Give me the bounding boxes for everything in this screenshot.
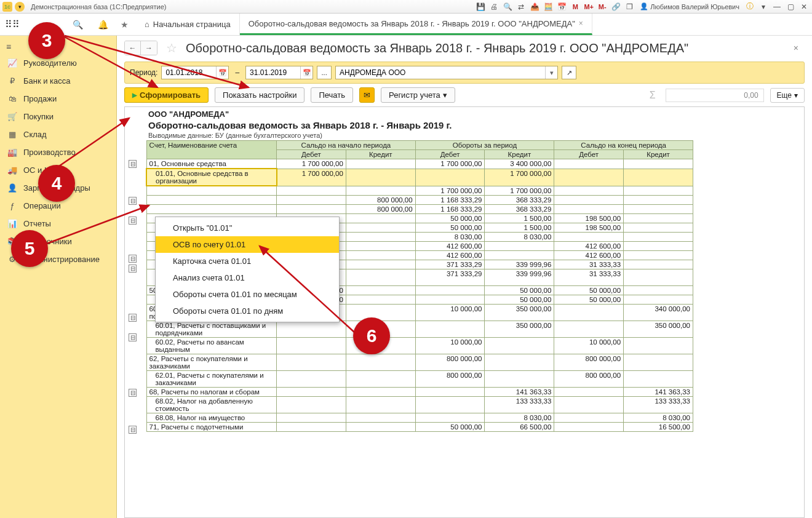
table-row[interactable]: 60.02, Расчеты по авансам выданным10 000… (146, 337, 693, 354)
table-row[interactable]: 01, Основные средства1 700 000,001 700 0… (146, 159, 693, 169)
user-label[interactable]: 👤 Любимов Валерий Юрьевич (637, 2, 742, 10)
table-row[interactable]: 800 000,001 168 333,29368 333,29 (146, 204, 693, 213)
save-icon[interactable]: 💾 (475, 2, 486, 12)
context-menu-item[interactable]: ОСВ по счету 01.01 (156, 236, 339, 253)
m-plus-icon[interactable]: M+ (583, 2, 594, 12)
sidebar-item-label: Руководителю (23, 58, 77, 68)
tree-toggle-icon[interactable]: ⊟ (129, 197, 137, 205)
period-from-wrap: 📅 (161, 66, 229, 79)
top-bar: ⠿⠿ 🔍 🔔 ★ ⌂ Начальная страница Оборотно-с… (0, 14, 812, 36)
table-row[interactable]: 62.01, Расчеты с покупателями и заказчик… (146, 370, 693, 387)
tree-toggle-icon[interactable]: ⊟ (129, 426, 137, 434)
export-icon[interactable]: 📤 (529, 2, 540, 12)
table-row[interactable]: 1 700 000,001 700 000,00 (146, 186, 693, 195)
app-title: Демонстрационная база (1С:Предприятие) (31, 3, 166, 10)
org-dropdown-icon[interactable]: ▾ (545, 66, 557, 79)
tree-toggle-icon[interactable]: ⊟ (129, 217, 137, 225)
sidebar: ≡ 📈Руководителю₽Банк и касса🛍Продажи🛒Пок… (0, 36, 117, 518)
chevron-down-icon: ▾ (794, 91, 798, 100)
print-button[interactable]: Печать (311, 87, 353, 103)
maximize-icon[interactable]: ▢ (785, 2, 796, 12)
report-title: Оборотно-сальдовая ведомость за Январь 2… (146, 119, 804, 132)
table-row[interactable]: 68.08, Налог на имущество8 030,008 030,0… (146, 413, 693, 422)
sidebar-item-label: Склад (23, 130, 47, 139)
m-minus-icon[interactable]: M- (597, 2, 608, 12)
table-row[interactable]: 800 000,001 168 333,29368 333,29 (146, 195, 693, 204)
context-menu-item[interactable]: Карточка счета 01.01 (156, 253, 339, 269)
nav-back-icon[interactable]: ← (125, 41, 141, 55)
tab-close-icon[interactable]: × (579, 19, 583, 28)
col-start-credit: Кредит (346, 150, 415, 159)
context-menu-item[interactable]: Обороты счета 01.01 по дням (156, 303, 339, 319)
tab-home[interactable]: ⌂ Начальная страница (136, 14, 240, 35)
table-row[interactable]: 68, Расчеты по налогам и сборам141 363,3… (146, 387, 693, 396)
tree-toggle-icon[interactable]: ⊟ (129, 389, 137, 397)
nav-forward-icon[interactable]: → (141, 41, 157, 55)
callout-4: 4 (38, 165, 75, 202)
table-row[interactable]: 01.01, Основные средства в организации1 … (146, 169, 693, 186)
sidebar-item-1[interactable]: ₽Банк и касса (0, 72, 116, 90)
period-to-input[interactable] (246, 66, 300, 79)
org-input[interactable] (336, 66, 545, 79)
more-button[interactable]: Еще ▾ (770, 88, 805, 103)
favorite-star-icon[interactable]: ☆ (166, 41, 177, 55)
col-turnover: Обороты за период (415, 141, 554, 150)
print-icon[interactable]: 🖨 (488, 2, 500, 12)
tab-report[interactable]: Оборотно-сальдовая ведомость за Январь 2… (240, 14, 592, 35)
sidebar-item-5[interactable]: 🏭Производство (0, 143, 116, 161)
col-start-debit: Дебет (277, 150, 346, 159)
col-turn-debit: Дебет (415, 150, 485, 159)
sidebar-item-icon: ▦ (7, 130, 17, 139)
minimize-icon[interactable]: — (771, 2, 782, 12)
tree-toggle-icon[interactable]: ⊟ (129, 314, 137, 322)
table-row[interactable]: 60.01, Расчеты с поставщиками и подрядчи… (146, 321, 693, 337)
form-button[interactable]: ▶Сформировать (124, 87, 209, 103)
callout-6: 6 (353, 317, 390, 354)
mail-button[interactable]: ✉ (359, 87, 375, 103)
sidebar-item-4[interactable]: ▦Склад (0, 126, 116, 143)
calendar-from-icon[interactable]: 📅 (216, 66, 228, 79)
register-button[interactable]: Регистр учета ▾ (381, 87, 455, 103)
org-open-button[interactable]: ↗ (562, 66, 576, 79)
tab-home-label: Начальная страница (153, 20, 231, 29)
calendar-to-icon[interactable]: 📅 (300, 66, 312, 79)
preview-icon[interactable]: 🔍 (502, 2, 513, 12)
title-bar: 1c ▾ Демонстрационная база (1С:Предприят… (0, 0, 812, 14)
star-top-icon[interactable]: ★ (117, 14, 132, 35)
app-logo-icon: 1c (2, 2, 12, 12)
search-icon[interactable]: 🔍 (69, 20, 87, 30)
calendar-icon[interactable]: 📅 (556, 2, 567, 12)
period-from-input[interactable] (162, 66, 216, 79)
tree-toggle-icon[interactable]: ⊟ (129, 265, 137, 273)
settings-button[interactable]: Показать настройки (215, 87, 304, 103)
sigma-icon[interactable]: Σ (646, 90, 659, 101)
bell-icon[interactable]: 🔔 (94, 20, 112, 30)
m-icon[interactable]: M (570, 2, 581, 12)
table-row[interactable]: 71, Расчеты с подотчетными50 000,0066 50… (146, 422, 693, 431)
sidebar-item-3[interactable]: 🛒Покупки (0, 108, 116, 126)
sidebar-item-9[interactable]: 📊Отчеты (0, 215, 116, 233)
context-menu-item[interactable]: Открыть "01.01" (156, 220, 339, 236)
app-dropdown-icon[interactable]: ▾ (15, 2, 25, 12)
dropdown-icon[interactable]: ▾ (758, 2, 769, 12)
window-icon[interactable]: ❐ (624, 2, 635, 12)
period-picker-button[interactable]: ... (317, 66, 332, 79)
compare-icon[interactable]: ⇄ (515, 2, 527, 12)
close-window-icon[interactable]: ✕ (798, 2, 810, 12)
tree-toggle-icon[interactable]: ⊟ (129, 333, 137, 341)
apps-grid-icon[interactable]: ⠿⠿ (5, 18, 20, 30)
col-end-credit: Кредит (624, 150, 693, 159)
context-menu-item[interactable]: Анализ счета 01.01 (156, 269, 339, 286)
sidebar-item-2[interactable]: 🛍Продажи (0, 90, 116, 108)
page-close-icon[interactable]: × (794, 43, 798, 53)
link-icon[interactable]: 🔗 (610, 2, 621, 12)
table-row[interactable]: 62, Расчеты с покупателями и заказчиками… (146, 354, 693, 370)
calc-icon[interactable]: 🧮 (543, 2, 554, 12)
sidebar-item-0[interactable]: 📈Руководителю (0, 54, 116, 72)
context-menu-item[interactable]: Обороты счета 01.01 по месяцам (156, 286, 339, 303)
tree-toggle-icon[interactable]: ⊟ (129, 255, 137, 263)
info-icon[interactable]: ⓘ (744, 2, 755, 12)
org-wrap: ▾ (335, 66, 558, 79)
table-row[interactable]: 68.02, Налог на добавленную стоимость133… (146, 396, 693, 413)
tree-toggle-icon[interactable]: ⊟ (129, 160, 137, 168)
